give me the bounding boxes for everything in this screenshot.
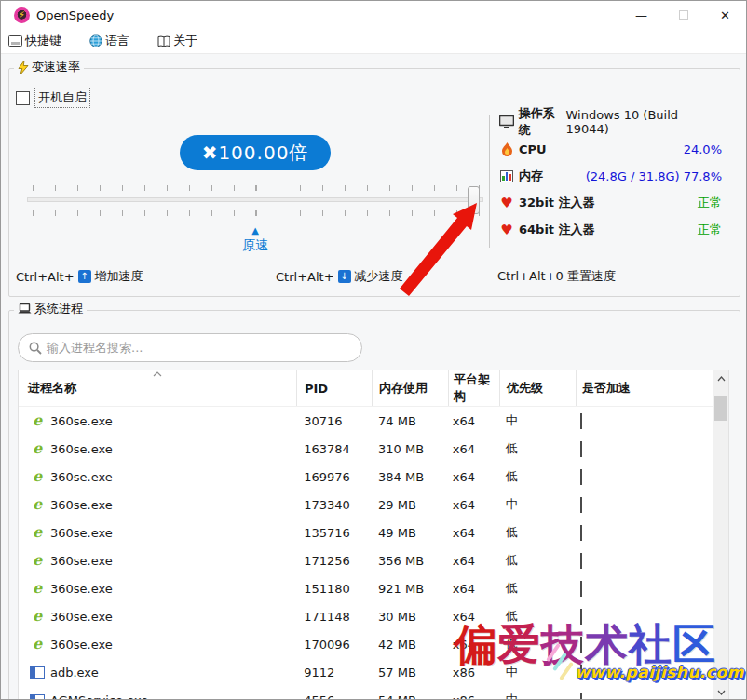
speed-multiplier-button[interactable]: ✖100.00倍	[180, 135, 331, 170]
process-name: AGMService.exe	[50, 693, 148, 700]
browser-360-icon: e	[30, 525, 45, 540]
accelerate-checkbox[interactable]	[580, 497, 582, 513]
table-row[interactable]: e 360se.exe 163784 310 MB x64 低	[19, 435, 713, 463]
browser-360-icon: e	[30, 609, 45, 624]
heart-icon: ♥	[498, 196, 515, 210]
process-arch: x64	[448, 526, 499, 540]
process-arch: x64	[448, 414, 499, 428]
scrollbar-down-icon[interactable]	[713, 684, 728, 700]
memory-label: 内存	[519, 168, 543, 184]
minimize-button[interactable]: —	[620, 1, 662, 29]
scrollbar-up-icon[interactable]	[713, 370, 728, 386]
process-priority: 低	[499, 524, 576, 541]
process-pid: 173340	[296, 498, 372, 512]
scrollbar-thumb[interactable]	[714, 396, 727, 421]
process-name: 360se.exe	[50, 638, 113, 652]
injector32-status: 正常	[698, 195, 722, 211]
window-controls: — ✕	[620, 1, 746, 29]
cpu-value: 24.0%	[684, 142, 722, 156]
table-row[interactable]: e 360se.exe 170096 42 MB x64 低	[19, 630, 713, 658]
titlebar: ⚡ OpenSpeedy — ✕	[1, 1, 746, 29]
process-pid: 170096	[296, 638, 372, 652]
process-pid: 9112	[296, 666, 372, 680]
accelerate-checkbox[interactable]	[580, 609, 582, 625]
process-name: 360se.exe	[50, 470, 113, 484]
slider-track[interactable]	[27, 197, 483, 202]
sysinfo-panel: 操作系统 Windows 10 (Build 19044) CPU 24.0% …	[498, 112, 722, 240]
process-name: 360se.exe	[50, 526, 113, 540]
process-arch: x64	[448, 638, 499, 652]
autostart-checkbox-group[interactable]: 开机自启	[16, 88, 90, 108]
accelerate-checkbox[interactable]	[580, 581, 582, 597]
process-memory: 384 MB	[372, 470, 448, 484]
close-button[interactable]: ✕	[704, 1, 746, 29]
window-title: OpenSpeedy	[36, 8, 114, 22]
process-table: 进程名称 PID 内存使用 平台架构 优先级 是否加速 e 360se.exe …	[18, 370, 729, 700]
injector64-label: 64bit 注入器	[519, 222, 595, 238]
process-name: adb.exe	[50, 666, 99, 680]
process-search-input[interactable]: 输入进程名搜索...	[18, 333, 362, 362]
table-row[interactable]: e 360se.exe 135716 49 MB x64 低	[19, 518, 713, 546]
sysinfo-divider	[489, 115, 490, 248]
memory-icon	[498, 170, 515, 182]
table-row[interactable]: e 360se.exe 151180 921 MB x64 低	[19, 574, 713, 602]
origin-speed-marker: ▲ 原速	[234, 226, 277, 254]
process-table-body: e 360se.exe 30716 74 MB x64 中 e 360se.ex…	[19, 407, 713, 700]
process-memory: 42 MB	[372, 638, 448, 652]
memory-info-row: 内存 (24.8G / 31.8G) 77.8%	[498, 166, 722, 186]
col-header-priority[interactable]: 优先级	[500, 370, 577, 406]
browser-360-icon: e	[30, 497, 45, 512]
accelerate-checkbox[interactable]	[580, 665, 582, 680]
origin-triangle-icon: ▲	[234, 226, 277, 236]
speed-group-title-label: 变速速率	[32, 59, 80, 75]
menu-language[interactable]: 语言	[82, 29, 137, 53]
process-priority: 中	[499, 664, 576, 680]
maximize-icon	[679, 10, 688, 20]
col-header-pid[interactable]: PID	[297, 370, 373, 406]
console-app-icon	[30, 666, 45, 679]
menu-about[interactable]: 关于	[150, 29, 205, 53]
accelerate-checkbox[interactable]	[580, 637, 582, 653]
table-scrollbar[interactable]	[713, 370, 728, 700]
maximize-button[interactable]	[662, 1, 704, 29]
cpu-info-row: CPU 24.0%	[498, 139, 722, 159]
hotkey-increase: Ctrl+Alt+ ↑ 增加速度	[16, 268, 143, 285]
table-row[interactable]: adb.exe 9112 57 MB x86 中	[19, 658, 713, 686]
accelerate-checkbox[interactable]	[580, 441, 582, 457]
browser-360-icon: e	[30, 469, 45, 484]
table-row[interactable]: e 360se.exe 30716 74 MB x64 中	[19, 407, 713, 435]
menu-hotkeys[interactable]: 快捷键	[1, 29, 69, 53]
table-row[interactable]: e 360se.exe 173340 29 MB x64 中	[19, 491, 713, 518]
process-name: 360se.exe	[50, 554, 113, 568]
process-arch: x64	[448, 610, 499, 624]
process-memory: 54 MB	[372, 693, 448, 700]
accelerate-checkbox[interactable]	[580, 469, 582, 485]
accelerate-checkbox[interactable]	[580, 693, 582, 700]
table-row[interactable]: AGMService.exe 4556 54 MB x86 中	[19, 686, 713, 700]
process-arch: x86	[448, 666, 499, 680]
sort-ascending-icon[interactable]	[153, 371, 162, 377]
col-header-arch[interactable]: 平台架构	[449, 370, 500, 406]
browser-360-icon: e	[30, 441, 45, 456]
speed-slider[interactable]	[27, 185, 483, 215]
autostart-checkbox[interactable]	[16, 91, 30, 105]
process-priority: 低	[499, 580, 576, 597]
col-header-accelerate[interactable]: 是否加速	[577, 370, 714, 406]
table-row[interactable]: e 360se.exe 171148 30 MB x64 低	[19, 602, 713, 630]
console-app-icon	[30, 694, 45, 700]
process-memory: 921 MB	[372, 582, 448, 596]
globe-icon	[89, 34, 102, 47]
accelerate-checkbox[interactable]	[580, 525, 582, 541]
os-label: 操作系统	[519, 105, 566, 139]
browser-360-icon: e	[30, 413, 45, 428]
table-row[interactable]: e 360se.exe 171256 356 MB x64 低	[19, 546, 713, 574]
col-header-memory[interactable]: 内存使用	[373, 370, 449, 406]
process-name: 360se.exe	[50, 582, 113, 596]
accelerate-checkbox[interactable]	[580, 553, 582, 569]
table-row[interactable]: e 360se.exe 169976 384 MB x64 低	[19, 463, 713, 491]
process-priority: 中	[499, 496, 576, 513]
accelerate-checkbox[interactable]	[580, 413, 582, 429]
injector64-info-row: ♥ 64bit 注入器 正常	[498, 220, 722, 240]
menubar: 快捷键 语言 关于	[1, 29, 746, 54]
arrow-up-key-icon: ↑	[78, 270, 91, 283]
